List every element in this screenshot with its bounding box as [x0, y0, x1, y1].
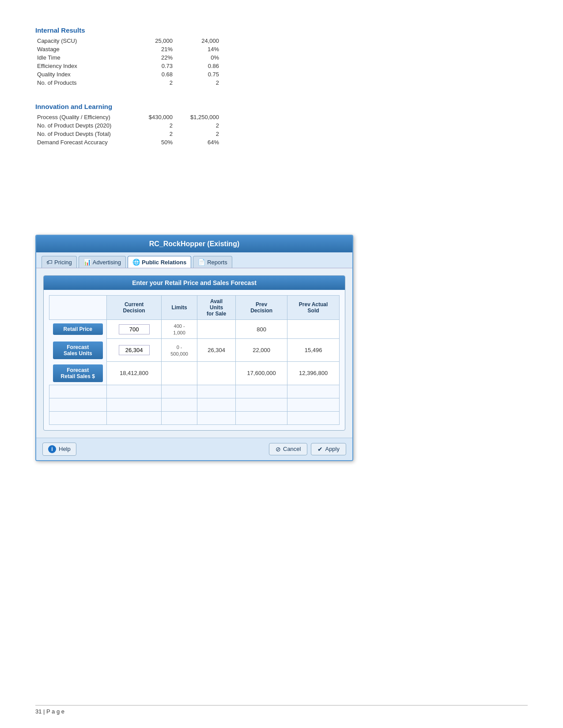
- cancel-label: Cancel: [283, 446, 301, 452]
- empty-cell: [162, 385, 197, 398]
- row-col2: 2: [174, 79, 221, 87]
- tab-pricing[interactable]: 🏷 Pricing: [42, 256, 77, 268]
- tab-pricing-label: Pricing: [54, 259, 72, 266]
- dialog-wrapper: RC_RockHopper (Existing) 🏷 Pricing 📊 Adv…: [35, 235, 528, 461]
- row-col2: 2: [174, 130, 221, 138]
- empty-row-3: [49, 411, 340, 424]
- row-label: Idle Time: [35, 53, 128, 62]
- forecast-sales-units-current: [107, 339, 162, 362]
- empty-cell: [287, 398, 340, 411]
- footer-right-buttons: ⊘ Cancel ✔ Apply: [269, 443, 346, 455]
- row-col1: 0.68: [128, 70, 174, 79]
- dialog-tabs: 🏷 Pricing 📊 Advertising 🌐 Public Relatio…: [36, 252, 352, 268]
- forecast-sales-units-limits: 0 -500,000: [162, 339, 197, 362]
- row-label: No. of Product Devpts (2020): [35, 121, 128, 130]
- internal-results-section: Internal Results Capacity (SCU) 25,000 2…: [35, 26, 528, 146]
- forecast-retail-sales-avail: [197, 362, 236, 385]
- table-row: Capacity (SCU) 25,000 24,000: [35, 37, 221, 45]
- forecast-retail-sales-current: 18,412,800: [107, 362, 162, 385]
- empty-cell: [107, 385, 162, 398]
- innovation-table: Process (Quality / Efficiency) $430,000 …: [35, 113, 221, 146]
- retail-price-avail: [197, 320, 236, 339]
- row-label: Wastage: [35, 45, 128, 53]
- tab-reports[interactable]: 📄 Reports: [193, 256, 232, 268]
- table-row: No. of Products 2 2: [35, 79, 221, 87]
- public-relations-icon: 🌐: [132, 259, 140, 266]
- help-icon: i: [48, 445, 56, 453]
- row-col1: 25,000: [128, 37, 174, 45]
- dialog-title: RC_RockHopper (Existing): [149, 240, 239, 248]
- cancel-button[interactable]: ⊘ Cancel: [269, 443, 307, 455]
- forecast-sales-units-prev-decision: 22,000: [236, 339, 287, 362]
- innovation-title: Innovation and Learning: [35, 103, 528, 110]
- col-header-prev-decision: PrevDecision: [236, 296, 287, 320]
- retail-price-label: Retail Price: [53, 323, 103, 335]
- dialog-content-area: CurrentDecision Limits AvailUnitsfor Sal…: [44, 290, 345, 430]
- tab-advertising-label: Advertising: [93, 259, 121, 266]
- apply-label: Apply: [325, 446, 340, 452]
- row-col1: 50%: [128, 138, 174, 146]
- row-col2: 2: [174, 121, 221, 130]
- retail-price-input[interactable]: [119, 324, 150, 334]
- row-col2: 0%: [174, 53, 221, 62]
- help-button[interactable]: i Help: [42, 443, 76, 456]
- empty-cell: [162, 411, 197, 424]
- empty-cell: [287, 411, 340, 424]
- empty-cell: [197, 411, 236, 424]
- row-col2: 0.75: [174, 70, 221, 79]
- tab-public-relations[interactable]: 🌐 Public Relations: [128, 256, 191, 268]
- row-col2: 0.86: [174, 62, 221, 70]
- forecast-sales-units-input[interactable]: [119, 345, 150, 355]
- dialog-titlebar: RC_RockHopper (Existing): [36, 236, 352, 252]
- apply-button[interactable]: ✔ Apply: [311, 443, 346, 455]
- row-col1: 21%: [128, 45, 174, 53]
- col-header-limits: Limits: [162, 296, 197, 320]
- empty-cell: [49, 411, 107, 424]
- dialog-footer: i Help ⊘ Cancel ✔ Apply: [36, 438, 352, 460]
- row-col2: $1,250,000: [174, 113, 221, 121]
- retail-price-limits: 400 -1,000: [162, 320, 197, 339]
- row-col1: 22%: [128, 53, 174, 62]
- table-row: Wastage 21% 14%: [35, 45, 221, 53]
- retail-price-prev-decision: 800: [236, 320, 287, 339]
- table-row: Efficiency Index 0.73 0.86: [35, 62, 221, 70]
- cancel-icon: ⊘: [276, 446, 281, 453]
- inner-panel-header: Enter your Retail Price and Sales Foreca…: [44, 276, 345, 290]
- col-header-prev-actual: Prev ActualSold: [287, 296, 340, 320]
- empty-cell: [236, 385, 287, 398]
- table-row: No. of Product Devpts (2020) 2 2: [35, 121, 221, 130]
- help-label: Help: [59, 446, 71, 452]
- grid-row-forecast-retail-sales: ForecastRetail Sales $ 18,412,800 17,600…: [49, 362, 340, 385]
- empty-row-1: [49, 385, 340, 398]
- rc-rockhopper-dialog: RC_RockHopper (Existing) 🏷 Pricing 📊 Adv…: [35, 235, 353, 461]
- forecast-retail-sales-prev-actual: 12,396,800: [287, 362, 340, 385]
- table-row: Idle Time 22% 0%: [35, 53, 221, 62]
- forecast-sales-units-label: ForecastSales Units: [53, 341, 103, 359]
- grid-row-forecast-sales-units: ForecastSales Units 0 -500,000 26,304 22…: [49, 339, 340, 362]
- row-col2: 64%: [174, 138, 221, 146]
- empty-cell: [236, 411, 287, 424]
- table-row: Process (Quality / Efficiency) $430,000 …: [35, 113, 221, 121]
- col-header-current-decision: CurrentDecision: [107, 296, 162, 320]
- row-col1: $430,000: [128, 113, 174, 121]
- row-col1: 2: [128, 79, 174, 87]
- pricing-icon: 🏷: [46, 259, 53, 266]
- row-col2: 24,000: [174, 37, 221, 45]
- advertising-icon: 📊: [83, 259, 91, 266]
- tab-reports-label: Reports: [207, 259, 227, 266]
- empty-cell: [197, 398, 236, 411]
- forecast-sales-units-prev-actual: 15,496: [287, 339, 340, 362]
- empty-cell: [49, 385, 107, 398]
- retail-price-prev-actual: [287, 320, 340, 339]
- internal-results-title: Internal Results: [35, 26, 528, 34]
- forecast-sales-units-label-cell: ForecastSales Units: [49, 339, 107, 362]
- forecast-retail-sales-label: ForecastRetail Sales $: [53, 364, 103, 382]
- empty-cell: [236, 398, 287, 411]
- row-col1: 2: [128, 121, 174, 130]
- row-label: Efficiency Index: [35, 62, 128, 70]
- row-col1: 2: [128, 130, 174, 138]
- empty-row-2: [49, 398, 340, 411]
- row-label: No. of Product Devpts (Total): [35, 130, 128, 138]
- empty-cell: [162, 398, 197, 411]
- tab-advertising[interactable]: 📊 Advertising: [79, 256, 126, 268]
